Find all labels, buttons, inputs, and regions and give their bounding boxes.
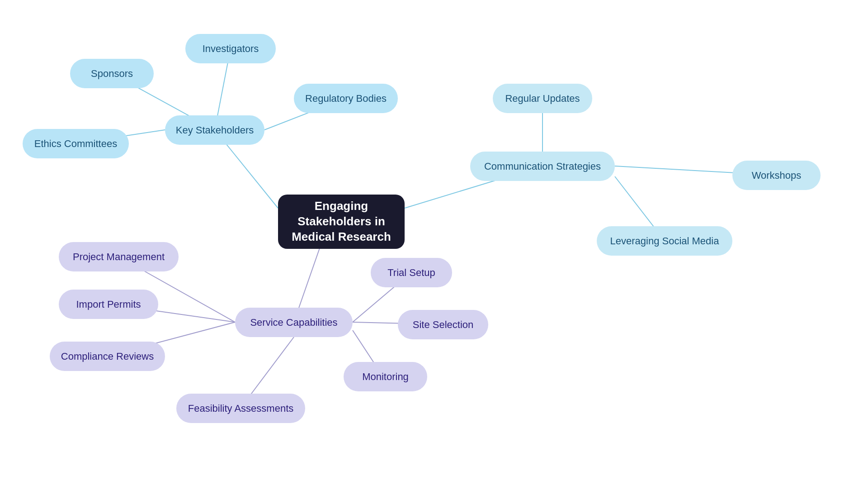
comm-strategies-label: Communication Strategies	[484, 161, 601, 172]
workshops-label: Workshops	[752, 170, 802, 181]
service-capabilities-node[interactable]: Service Capabilities	[235, 308, 353, 337]
ethics-committees-node[interactable]: Ethics Committees	[23, 129, 129, 158]
social-media-label: Leveraging Social Media	[610, 235, 719, 247]
site-selection-label: Site Selection	[413, 319, 474, 331]
investigators-node[interactable]: Investigators	[185, 34, 276, 63]
key-stakeholders-label: Key Stakeholders	[176, 124, 254, 136]
sponsors-node[interactable]: Sponsors	[70, 59, 154, 88]
workshops-node[interactable]: Workshops	[732, 161, 821, 190]
project-mgmt-node[interactable]: Project Management	[59, 242, 179, 271]
feasibility-assessments-node[interactable]: Feasibility Assessments	[176, 394, 305, 423]
project-mgmt-label: Project Management	[73, 251, 165, 263]
ethics-committees-label: Ethics Committees	[34, 138, 117, 150]
regular-updates-node[interactable]: Regular Updates	[493, 84, 592, 113]
import-permits-node[interactable]: Import Permits	[59, 290, 158, 319]
center-node[interactable]: Engaging Stakeholders in Medical Researc…	[278, 195, 405, 249]
compliance-reviews-label: Compliance Reviews	[61, 351, 154, 362]
comm-strategies-node[interactable]: Communication Strategies	[470, 152, 615, 181]
compliance-reviews-node[interactable]: Compliance Reviews	[50, 342, 165, 371]
sponsors-label: Sponsors	[91, 68, 133, 80]
site-selection-node[interactable]: Site Selection	[398, 310, 488, 339]
trial-setup-label: Trial Setup	[387, 267, 435, 279]
investigators-label: Investigators	[203, 43, 259, 55]
key-stakeholders-node[interactable]: Key Stakeholders	[165, 115, 264, 145]
social-media-node[interactable]: Leveraging Social Media	[597, 226, 732, 256]
feasibility-assessments-label: Feasibility Assessments	[188, 403, 294, 414]
regular-updates-label: Regular Updates	[505, 93, 580, 105]
service-capabilities-label: Service Capabilities	[250, 317, 337, 328]
trial-setup-node[interactable]: Trial Setup	[371, 258, 452, 287]
center-label: Engaging Stakeholders in Medical Researc…	[278, 199, 405, 244]
regulatory-bodies-node[interactable]: Regulatory Bodies	[294, 84, 398, 113]
monitoring-node[interactable]: Monitoring	[344, 362, 427, 391]
import-permits-label: Import Permits	[76, 299, 141, 310]
monitoring-label: Monitoring	[362, 371, 409, 383]
regulatory-bodies-label: Regulatory Bodies	[305, 93, 387, 105]
